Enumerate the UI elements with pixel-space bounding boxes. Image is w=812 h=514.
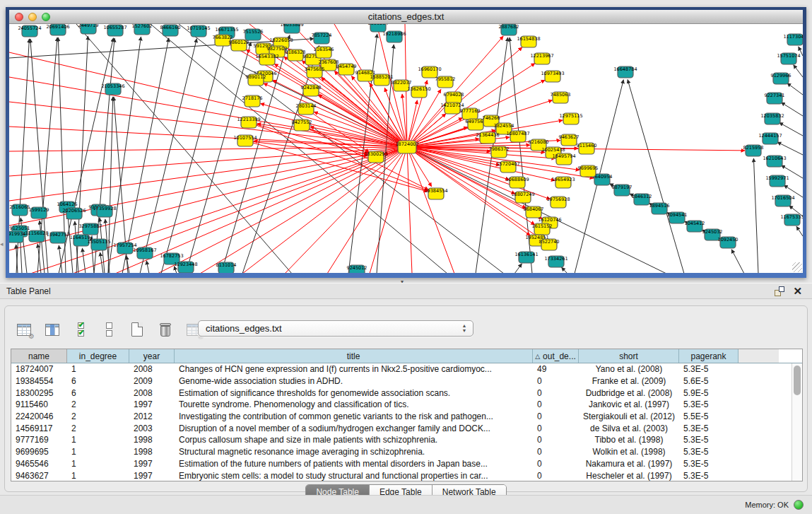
show-columns-button[interactable] (43, 321, 61, 338)
column-header-short[interactable]: short (579, 349, 679, 363)
graph-node[interactable]: 11156828 (25, 230, 48, 242)
graph-node[interactable]: 7986372 (489, 146, 510, 158)
table-row[interactable]: 1872400712008Changes of HCN gene express… (11, 363, 802, 375)
graph-node[interactable]: 19218986 (382, 31, 406, 42)
graph-node[interactable]: 10688609 (505, 177, 529, 188)
graph-node[interactable]: 3919934 (9, 231, 25, 243)
graph-node[interactable]: 15720407 (496, 161, 519, 173)
graph-node[interactable]: 2516065 (10, 204, 30, 216)
graph-node[interactable]: 7515526 (243, 29, 264, 40)
graph-node[interactable]: 17016504 (771, 195, 794, 206)
column-header-title[interactable]: title (175, 349, 533, 363)
close-window-icon[interactable] (15, 13, 23, 21)
graph-node[interactable]: 1092450 (718, 237, 739, 248)
table-row[interactable]: 969969511998Structural magnetic resonanc… (11, 446, 802, 458)
graph-node[interactable]: 1527602 (132, 24, 153, 35)
graph-node[interactable]: 11173044 (783, 34, 803, 45)
graph-node[interactable]: 2803144 (296, 103, 317, 115)
graph-node[interactable]: 8454749 (336, 64, 357, 75)
graph-node[interactable]: 9860128 (229, 40, 249, 51)
table-row[interactable]: 1456911722003Disruption of a novel membe… (11, 422, 802, 434)
resize-grip[interactable] (792, 262, 802, 272)
graph-node[interactable]: 17334261 (544, 256, 567, 267)
graph-node[interactable]: 10719145 (187, 25, 210, 37)
graph-node[interactable]: 1163546 (314, 47, 334, 58)
graph-node[interactable]: 24055724 (18, 25, 41, 37)
column-header-in-degree[interactable]: in_degree (67, 349, 129, 363)
table-mode-button[interactable]: ⚙ (15, 321, 33, 338)
graph-node[interactable]: 2449719 (78, 24, 99, 34)
select-all-columns-button[interactable] (71, 321, 90, 338)
graph-node[interactable]: 18495794 (552, 153, 575, 165)
graph-node[interactable]: 10655287 (103, 25, 126, 36)
graph-node[interactable]: 7955812 (435, 76, 456, 88)
graph-node[interactable]: 7857224 (312, 33, 332, 44)
column-header-pagerank[interactable]: pagerank (679, 349, 739, 363)
graph-node[interactable]: 16543382 (255, 54, 278, 65)
close-panel-icon[interactable]: ✕ (793, 286, 802, 296)
graph-node[interactable]: 10807487 (506, 131, 529, 142)
graph-node[interactable]: 11675333 (780, 214, 803, 226)
unselect-all-columns-button[interactable] (100, 321, 118, 338)
graph-node[interactable]: 16033809 (280, 24, 303, 33)
zoom-window-icon[interactable] (42, 13, 50, 21)
graph-node[interactable]: 9129966 (771, 73, 792, 84)
graph-node[interactable]: 12975115 (559, 113, 582, 124)
graph-node[interactable]: 15751074 (777, 53, 800, 64)
graph-node[interactable]: 1615152 (532, 223, 553, 235)
graph-node[interactable]: 2887682 (499, 24, 519, 35)
graph-node[interactable]: 32975887 (78, 223, 102, 235)
graph-node[interactable]: 9227341 (765, 93, 785, 104)
graph-node[interactable]: 9242848 (301, 85, 322, 96)
graph-node[interactable]: 21053346 (101, 83, 124, 95)
table-row[interactable]: 911546021997Tourette syndrome. Phenomeno… (11, 399, 802, 411)
graph-node[interactable]: 15992971 (765, 175, 789, 187)
graph-node[interactable]: 13505135 (87, 239, 110, 250)
table-row[interactable]: 1938455462009Genome-wide association stu… (11, 375, 802, 387)
graph-node[interactable]: 8427552 (292, 119, 312, 131)
graph-node[interactable]: 9245012 (347, 265, 367, 273)
graph-node[interactable]: 8466160 (160, 25, 181, 36)
left-panel-toggle-icon[interactable]: ◂ (0, 239, 5, 249)
graph-node[interactable]: 6794028 (444, 92, 464, 103)
graph-node[interactable]: 12213967 (530, 53, 553, 64)
graph-node[interactable]: 19654923 (551, 177, 575, 188)
graph-node[interactable]: 3475685 (305, 66, 325, 78)
graph-node[interactable]: 19384554 (424, 188, 447, 199)
scrollbar-thumb[interactable] (794, 366, 801, 395)
graph-node[interactable]: 2718176 (242, 95, 263, 107)
graph-node[interactable]: 12923448 (174, 262, 197, 273)
graph-node[interactable]: 12035832 (760, 113, 784, 124)
column-header-name[interactable]: name (11, 349, 67, 363)
graph-node[interactable]: 12213399 (237, 117, 260, 128)
graph-node[interactable]: 18724007 (395, 141, 418, 153)
graph-node[interactable]: 16154838 (517, 36, 540, 47)
graph-node[interactable]: 9684067 (524, 206, 544, 218)
delete-columns-button[interactable] (156, 321, 175, 338)
graph-node[interactable]: 20206526 (62, 208, 86, 219)
table-row[interactable]: 946554611997Estimation of the future num… (11, 458, 802, 470)
float-panel-icon[interactable] (775, 286, 784, 296)
graph-node[interactable]: 16136141 (514, 252, 538, 263)
graph-node[interactable]: 9699695 (578, 165, 599, 177)
graph-node[interactable]: 15885201 (370, 74, 393, 86)
column-header-year[interactable]: year (129, 349, 175, 363)
graph-node[interactable]: 10107554 (233, 135, 257, 146)
graph-node[interactable]: 16210643 (763, 156, 786, 167)
graph-node[interactable]: 19756928 (546, 197, 570, 208)
graph-node[interactable]: 18807249 (511, 192, 534, 203)
graph-node[interactable]: 7485063 (551, 92, 571, 103)
minimize-window-icon[interactable] (28, 13, 37, 21)
graph-node[interactable]: 6879197 (612, 185, 632, 196)
graph-node[interactable]: 9115460 (577, 143, 597, 154)
table-selector-dropdown[interactable]: citations_edges.txt ▲▼ (198, 320, 473, 337)
table-row[interactable]: 977716911998Corpus callosum shape and si… (11, 434, 802, 446)
graph-node[interactable]: 1599129 (29, 207, 49, 218)
graph-node[interactable]: 8522740 (539, 239, 560, 250)
graph-node[interactable]: 8215958 (743, 145, 764, 156)
network-canvas[interactable]: 2405572420691406244971910655287152760284… (9, 24, 803, 273)
graph-node[interactable]: 16648784 (613, 66, 637, 78)
graph-node[interactable]: 8131014 (216, 262, 237, 273)
memory-status-icon[interactable] (794, 500, 804, 510)
column-header-out-de-[interactable]: △out_de... (533, 349, 579, 363)
